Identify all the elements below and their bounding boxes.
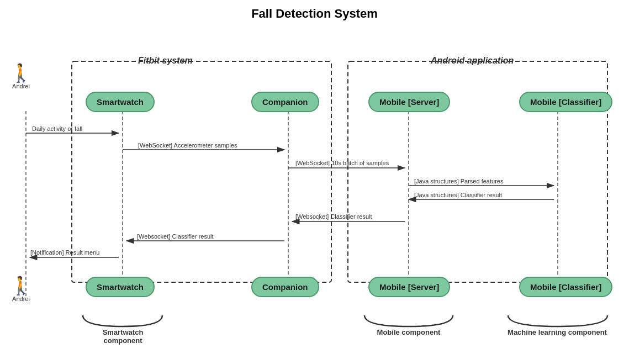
mobile-component-label: Mobile component <box>364 328 453 336</box>
msg-notification: [Notification] Result menu <box>30 249 99 256</box>
smartwatch-component-label: Smartwatch component <box>83 328 163 345</box>
fitbit-system-label: Fitbit system <box>138 56 193 66</box>
andrei-top: 🚶 Andrei <box>10 64 32 89</box>
diagram-svg <box>0 25 629 364</box>
msg-daily-activity: Daily activity or fall <box>32 125 82 132</box>
msg-ws-classifier1: [Websocket] Classifier result <box>295 213 372 220</box>
smartwatch-top: Smartwatch <box>86 92 155 112</box>
android-app-label: Android application <box>431 56 514 66</box>
msg-websocket-accel: [WebSocket] Accelerometer samples <box>138 142 237 149</box>
andrei-bottom: 🚶 Andrei <box>10 277 32 302</box>
msg-java-parsed: [Java structures] Parsed features <box>414 178 503 184</box>
mobile-classifier-top: Mobile [Classifier] <box>519 92 612 112</box>
page-title: Fall Detection System <box>0 7 629 21</box>
mobile-classifier-bottom: Mobile [Classifier] <box>519 277 612 297</box>
companion-bottom: Companion <box>251 277 319 297</box>
mobile-server-bottom: Mobile [Server] <box>368 277 450 297</box>
person-icon-bottom: 🚶 <box>10 277 32 294</box>
msg-java-classifier: [Java structures] Classifier result <box>414 192 502 198</box>
msg-ws-classifier2: [Websocket] Classifier result <box>137 233 214 240</box>
msg-websocket-batch: [WebSocket] 10s batch of samples <box>295 160 389 166</box>
person-icon-top: 🚶 <box>10 64 32 82</box>
companion-top: Companion <box>251 92 319 112</box>
mobile-server-top: Mobile [Server] <box>368 92 450 112</box>
ml-component-label: Machine learning component <box>507 328 607 336</box>
diagram-area: Fitbit system Android application 🚶 Andr… <box>0 25 629 364</box>
smartwatch-bottom: Smartwatch <box>86 277 155 297</box>
